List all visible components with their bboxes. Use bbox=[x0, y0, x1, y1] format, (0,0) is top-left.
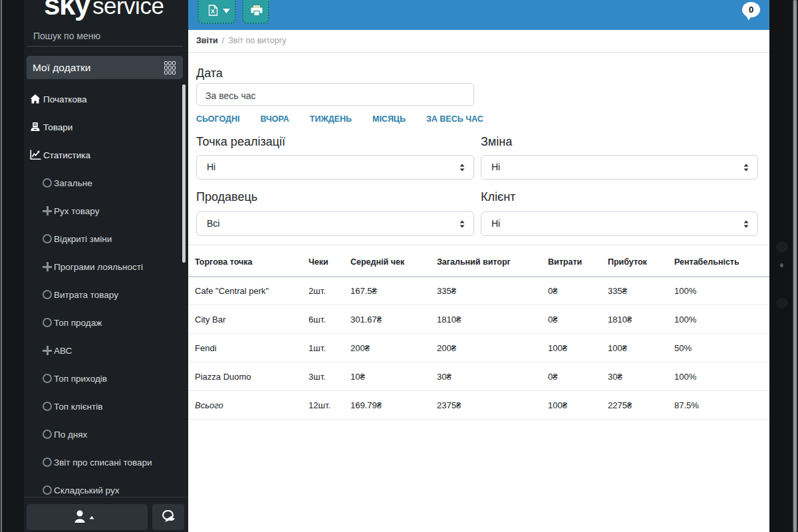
svg-text:X: X bbox=[211, 8, 215, 15]
